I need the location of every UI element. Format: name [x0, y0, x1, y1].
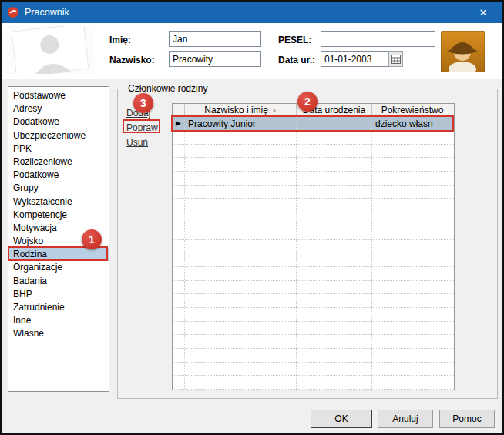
- sidebar-list: PodstawoweAdresyDodatkoweUbezpieczeniowe…: [8, 86, 109, 392]
- sidebar-item-zatrudnienie[interactable]: Zatrudnienie: [8, 301, 109, 314]
- table-cell: [185, 322, 297, 335]
- sidebar-item-badania[interactable]: Badania: [8, 275, 109, 288]
- family-table-row[interactable]: [173, 281, 454, 295]
- table-cell: [297, 308, 372, 321]
- sidebar-item-rodzina[interactable]: Rodzina: [8, 248, 109, 261]
- table-cell: [185, 199, 297, 212]
- column-header-nazwisko-i-imie[interactable]: Nazwisko i imię ∧: [185, 104, 297, 116]
- row-marker-cell: [173, 349, 185, 362]
- close-button[interactable]: ✕: [469, 2, 497, 23]
- sidebar-item-ubezpieczeniowe[interactable]: Ubezpieczeniowe: [8, 129, 109, 142]
- table-cell: [185, 172, 297, 185]
- anuluj-button[interactable]: Anuluj: [378, 410, 433, 428]
- family-table-row[interactable]: [173, 363, 454, 376]
- pesel-input[interactable]: [321, 31, 435, 47]
- table-cell: dziecko własn: [372, 117, 452, 130]
- imie-input[interactable]: [169, 31, 261, 47]
- nazwisko-label: Nazwisko:: [109, 55, 155, 65]
- table-cell: [372, 363, 452, 376]
- family-table-row[interactable]: [173, 349, 454, 363]
- usun-link[interactable]: Usuń: [126, 137, 148, 148]
- calendar-button[interactable]: [388, 51, 403, 67]
- table-cell: [372, 172, 452, 185]
- family-table-row[interactable]: [173, 240, 454, 254]
- family-table-row[interactable]: [173, 308, 454, 322]
- table-cell: [185, 212, 297, 226]
- family-table-row[interactable]: [173, 322, 454, 336]
- table-cell: [372, 131, 452, 144]
- table-cell: [372, 322, 452, 335]
- table-cell: [185, 226, 297, 239]
- table-cell: [297, 253, 372, 266]
- table-cell: [372, 212, 452, 226]
- sidebar-item-inne[interactable]: Inne: [8, 314, 109, 327]
- column-header-label: Pokrewieństwo: [381, 105, 444, 115]
- table-cell: [185, 240, 297, 253]
- sidebar-item-grupy[interactable]: Grupy: [8, 182, 109, 195]
- column-header-label: Nazwisko i imię: [204, 105, 268, 115]
- pracownik-dialog: Pracownik ✕ Imię: Nazwisko: PESEL: Data …: [0, 0, 504, 435]
- table-cell: [185, 145, 297, 158]
- table-cell: [297, 376, 372, 389]
- sidebar-item-podatkowe[interactable]: Podatkowe: [8, 169, 109, 182]
- marker-column-header: [173, 104, 185, 116]
- row-marker-cell: [173, 267, 185, 280]
- popraw-link[interactable]: Popraw: [126, 122, 158, 133]
- family-groupbox-label: Członkowie rodziny: [125, 83, 210, 94]
- family-table-row[interactable]: [173, 186, 454, 199]
- column-header-pokrewienstwo[interactable]: Pokrewieństwo: [372, 104, 452, 116]
- family-table-row[interactable]: [173, 376, 454, 390]
- table-cell: [185, 308, 297, 321]
- table-cell: [372, 158, 452, 171]
- family-table-row[interactable]: [173, 226, 454, 240]
- family-table-row[interactable]: [173, 253, 454, 267]
- row-marker-cell: [173, 131, 185, 144]
- row-marker-cell: [173, 376, 185, 389]
- table-cell: [185, 335, 297, 348]
- family-table-row[interactable]: [173, 158, 454, 172]
- column-header-data-urodzenia[interactable]: Data urodzenia: [297, 104, 372, 116]
- sidebar-item-motywacja[interactable]: Motywacja: [8, 222, 109, 235]
- table-cell: [297, 335, 372, 348]
- sidebar-item-wojsko[interactable]: Wojsko: [8, 235, 109, 248]
- sidebar-item-organizacje[interactable]: Organizacje: [8, 261, 109, 274]
- sidebar-item-dodatkowe[interactable]: Dodatkowe: [8, 115, 109, 129]
- sidebar-item-ppk[interactable]: PPK: [8, 142, 109, 156]
- row-marker-cell: [173, 363, 185, 376]
- nazwisko-input[interactable]: [169, 51, 261, 67]
- sidebar-item-kompetencje[interactable]: Kompetencje: [8, 209, 109, 222]
- family-table-row[interactable]: [173, 335, 454, 349]
- family-table-row[interactable]: [173, 199, 454, 212]
- family-table-row[interactable]: [173, 145, 454, 159]
- table-cell: [185, 294, 297, 307]
- table-cell: [372, 145, 452, 158]
- table-cell: [297, 294, 372, 307]
- table-cell: [372, 267, 452, 280]
- table-cell: [185, 281, 297, 294]
- data-ur-input[interactable]: [321, 51, 388, 67]
- family-table-row[interactable]: [173, 212, 454, 226]
- ok-button[interactable]: OK: [311, 410, 372, 428]
- family-table-row-selected[interactable]: ▶Pracowity Juniordziecko własn: [173, 117, 454, 131]
- table-cell: [297, 145, 372, 158]
- family-table-row[interactable]: [173, 294, 454, 308]
- row-marker-cell: [173, 253, 185, 266]
- table-cell: [297, 349, 372, 362]
- row-marker-cell: [173, 172, 185, 185]
- sidebar-item-wlasne[interactable]: Własne: [8, 327, 109, 340]
- table-cell: [185, 253, 297, 266]
- family-table-row[interactable]: [173, 131, 454, 145]
- pomoc-button[interactable]: Pomoc: [439, 410, 495, 428]
- sidebar-item-adresy[interactable]: Adresy: [8, 102, 109, 115]
- table-cell: [297, 186, 372, 199]
- family-table-row[interactable]: [173, 267, 454, 281]
- sidebar-item-podstawowe[interactable]: Podstawowe: [8, 89, 109, 102]
- sidebar-item-wyksztalcenie[interactable]: Wykształcenie: [8, 196, 109, 209]
- dodaj-link[interactable]: Dodaj: [126, 108, 150, 119]
- sidebar-item-rozliczeniowe[interactable]: Rozliczeniowe: [8, 156, 109, 169]
- family-table-header: Nazwisko i imię ∧ Data urodzenia Pokrewi…: [173, 104, 454, 117]
- family-table-row[interactable]: [173, 172, 454, 186]
- row-marker-cell: [173, 145, 185, 158]
- table-cell: Pracowity Junior: [185, 117, 297, 130]
- sidebar-item-bhp[interactable]: BHP: [8, 288, 109, 301]
